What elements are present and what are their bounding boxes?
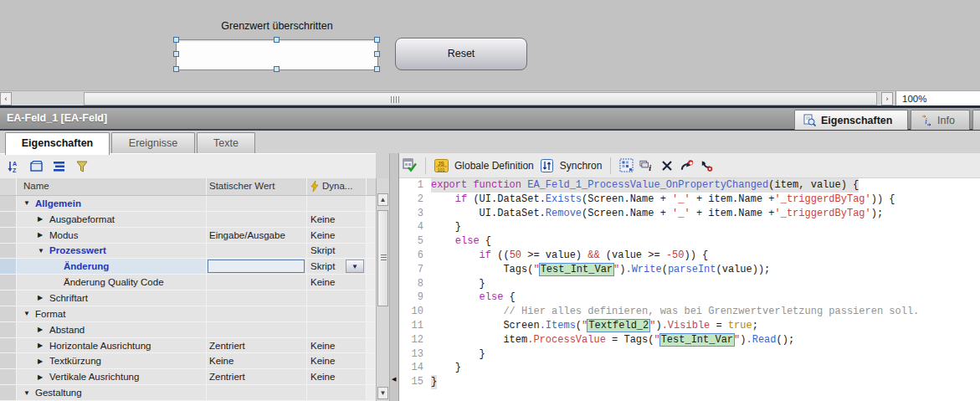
expand-arrow-icon[interactable]: ▶ <box>38 326 45 333</box>
static-value-cell[interactable] <box>207 259 307 274</box>
code-line[interactable]: 4 } <box>399 220 980 234</box>
property-row[interactable]: ▶Schriftart <box>0 290 376 306</box>
inspector-tab-info[interactable]: i Info <box>911 110 970 130</box>
scroll-up-button[interactable]: ▲ <box>377 193 388 206</box>
property-row[interactable]: ▼Format <box>0 306 376 322</box>
redo-breakpoint-icon[interactable]: ✱ <box>680 158 694 172</box>
code-line[interactable]: 3 UI.DataSet.Remove(Screen.Name + '_' + … <box>399 207 980 221</box>
property-name-cell[interactable]: ▶Modus <box>17 228 207 243</box>
undo-breakpoint-icon[interactable] <box>700 158 714 172</box>
dynamization-cell[interactable] <box>307 196 367 211</box>
tag-reference[interactable]: Test_Int_Var <box>659 333 735 347</box>
expand-arrow-icon[interactable]: ▶ <box>38 357 45 365</box>
dynamization-cell[interactable]: Skript▼ <box>307 259 367 274</box>
code-line[interactable]: 13 } <box>399 347 980 362</box>
property-name-cell[interactable]: ▶Ausgabeformat <box>17 212 207 227</box>
static-value-cell[interactable]: Keine <box>207 353 307 368</box>
expand-arrow-icon[interactable]: ▶ <box>38 294 45 301</box>
synchron-button[interactable]: Synchron <box>560 160 603 172</box>
property-name-cell[interactable]: ▶Horizontale Ausrichtung <box>17 338 207 353</box>
code-line[interactable]: 10 // Hier alles definieren, was bei Gre… <box>399 305 980 319</box>
horizontal-scrollbar-thumb[interactable] <box>84 92 877 105</box>
vertical-scrollbar-thumb[interactable] <box>377 210 388 306</box>
property-row[interactable]: ▶Abstand <box>0 322 376 338</box>
js-script-icon[interactable]: JS101 <box>434 158 449 172</box>
rename-icon[interactable]: i <box>639 158 654 172</box>
column-header-static[interactable]: Statischer Wert <box>207 178 307 195</box>
expand-arrow-icon[interactable]: ▶ <box>38 342 45 349</box>
screen-editor-canvas[interactable]: Grenzwert überschritten Reset <box>0 0 980 90</box>
dynamization-cell[interactable]: Skript <box>307 244 367 259</box>
property-row[interactable]: Änderung Quality CodeKeine <box>0 275 376 290</box>
static-value-cell[interactable]: Zentriert <box>207 338 307 353</box>
package-icon[interactable] <box>29 159 44 173</box>
property-row[interactable]: ▶Horizontale AusrichtungZentriertKeine <box>0 338 376 354</box>
tag-reference[interactable]: Textfeld_2 <box>587 319 650 332</box>
reset-button-widget[interactable]: Reset <box>395 38 527 70</box>
static-value-cell[interactable] <box>207 275 307 290</box>
static-value-cell[interactable] <box>207 244 307 259</box>
static-value-cell[interactable]: Zentriert <box>207 369 307 384</box>
property-name-cell[interactable]: ▶Vertikale Ausrichtung <box>17 369 207 384</box>
tab-texte[interactable]: Texte <box>197 132 255 153</box>
dynamization-cell[interactable]: Keine <box>307 212 367 227</box>
static-value-cell[interactable] <box>207 196 307 211</box>
selection-handle[interactable] <box>274 37 280 43</box>
code-editor[interactable]: 1export function EA_Feld_1_ProcessValue_… <box>399 178 980 401</box>
static-value-cell[interactable] <box>207 212 307 227</box>
dynamization-cell[interactable]: Keine <box>307 338 367 353</box>
code-line[interactable]: 5 else { <box>399 234 980 249</box>
selection-handle[interactable] <box>374 51 380 57</box>
save-check-icon[interactable] <box>403 158 417 172</box>
collapse-left-icon[interactable]: ◀ <box>392 376 396 383</box>
expand-arrow-icon[interactable]: ▶ <box>38 215 45 223</box>
property-name-cell[interactable]: ▼Prozesswert <box>17 244 207 259</box>
selection-handle[interactable] <box>274 66 280 72</box>
filter-icon[interactable] <box>74 159 89 173</box>
collapse-arrow-icon[interactable]: ▼ <box>38 247 45 254</box>
code-line[interactable]: 8 } <box>399 277 980 291</box>
property-row[interactable]: ▶ModusEingabe/AusgabeKeine <box>0 228 376 244</box>
property-row[interactable]: ▼ProzesswertSkript <box>0 244 376 260</box>
static-value-cell[interactable] <box>207 306 307 321</box>
property-name-cell[interactable]: ▼Allgemein <box>17 196 207 211</box>
tab-eigenschaften[interactable]: Eigenschaften <box>5 132 110 155</box>
property-row[interactable]: ▶Vertikale AusrichtungZentriertKeine <box>0 369 376 385</box>
scroll-left-button[interactable]: ‹ <box>0 92 12 105</box>
selection-handle[interactable] <box>374 66 380 72</box>
code-line[interactable]: 9 else { <box>399 290 980 305</box>
code-line[interactable]: 12 item.ProcessValue = Tags("Test_Int_Va… <box>399 333 980 347</box>
expand-arrow-icon[interactable]: ▶ <box>38 231 45 239</box>
selection-handle[interactable] <box>374 37 380 43</box>
code-line[interactable]: 11 Screen.Items("Textfeld_2").Visible = … <box>399 319 980 333</box>
code-line[interactable]: 1export function EA_Feld_1_ProcessValue_… <box>399 178 980 193</box>
property-name-cell[interactable]: ▼Format <box>17 306 207 321</box>
zoom-level-field[interactable]: 100% <box>895 91 980 106</box>
tag-reference[interactable]: Test_Int_Var <box>539 263 614 276</box>
property-name-cell[interactable]: ▼Gestaltung <box>17 385 207 400</box>
dynamization-cell[interactable]: Keine <box>307 275 367 290</box>
dynamization-cell[interactable] <box>307 385 367 400</box>
property-name-cell[interactable]: Änderung <box>17 259 207 274</box>
property-name-cell[interactable]: ▶Textkürzung <box>17 353 207 368</box>
column-header-name[interactable]: Name <box>17 178 207 195</box>
dynamization-cell[interactable]: Keine <box>307 353 367 368</box>
scroll-down-button[interactable]: ▼ <box>377 387 388 399</box>
dynamization-cell[interactable]: Keine <box>307 228 367 243</box>
code-line[interactable]: 6 if ((50 >= value) && (value >= -50)) { <box>399 249 980 263</box>
collapse-arrow-icon[interactable]: ▼ <box>23 310 31 317</box>
delete-x-icon[interactable] <box>659 158 674 172</box>
inspector-tab-partial[interactable] <box>972 110 980 130</box>
static-value-cell[interactable] <box>207 322 307 337</box>
dynamization-cell[interactable] <box>307 290 367 306</box>
dynamization-cell[interactable] <box>307 306 367 321</box>
globale-definition-button[interactable]: Globale Definition <box>454 160 534 172</box>
collapse-arrow-icon[interactable]: ▼ <box>23 389 31 397</box>
property-row[interactable]: ▶TextkürzungKeineKeine <box>0 353 376 369</box>
property-row[interactable]: ▼Allgemein <box>0 196 376 212</box>
expand-arrow-icon[interactable]: ▶ <box>38 373 45 381</box>
inspector-tab-eigenschaften[interactable]: Eigenschaften <box>794 110 908 130</box>
static-value-cell[interactable]: Eingabe/Ausgabe <box>207 228 307 243</box>
static-value-input[interactable] <box>208 260 305 273</box>
property-row[interactable]: ▼Gestaltung <box>0 385 376 401</box>
